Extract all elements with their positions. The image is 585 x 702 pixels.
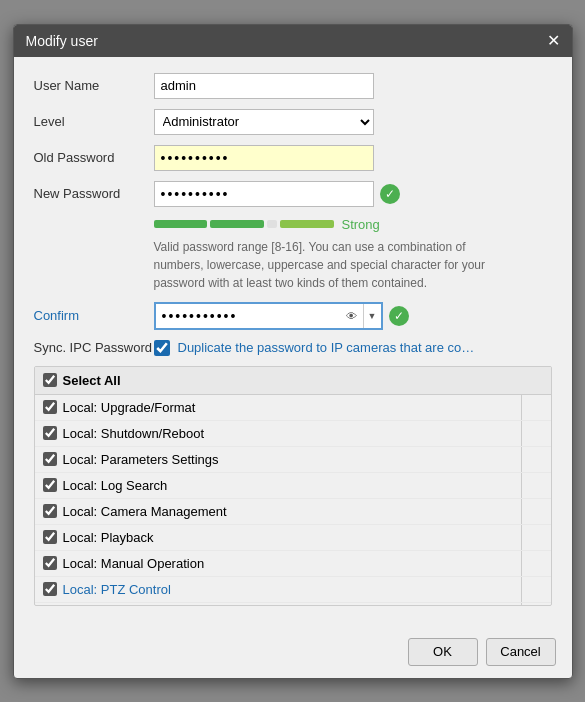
username-label: User Name <box>34 78 154 93</box>
sync-checkbox[interactable] <box>154 340 170 356</box>
perm-checkbox-7[interactable] <box>43 582 57 596</box>
perm-col2 <box>522 472 551 498</box>
strength-bar-3 <box>280 220 334 228</box>
list-item: Local: Video Export <box>35 602 522 606</box>
list-item: Local: Playback <box>35 524 522 550</box>
strength-bar-gap <box>267 220 277 228</box>
perm-col2 <box>522 420 551 446</box>
old-password-label: Old Password <box>34 150 154 165</box>
list-item: Local: Upgrade/Format <box>35 394 522 420</box>
level-label: Level <box>34 114 154 129</box>
cancel-button[interactable]: Cancel <box>486 638 556 666</box>
table-row: Local: Manual Operation <box>35 550 551 576</box>
old-password-row: Old Password <box>34 145 552 171</box>
new-password-valid-icon: ✓ <box>380 184 400 204</box>
perm-label: Local: Manual Operation <box>63 556 205 571</box>
ok-button[interactable]: OK <box>408 638 478 666</box>
permissions-col1-header: Select All <box>35 367 522 395</box>
confirm-input[interactable] <box>156 304 341 328</box>
dialog-body: User Name Level Administrator Old Passwo… <box>14 57 572 630</box>
strength-bar-2 <box>210 220 264 228</box>
strength-bars <box>154 220 334 228</box>
select-all-checkbox[interactable] <box>43 373 57 387</box>
perm-col2 <box>522 576 551 602</box>
perm-checkbox-5[interactable] <box>43 530 57 544</box>
table-row: Local: Camera Management <box>35 498 551 524</box>
permissions-header-row: Select All <box>35 367 551 395</box>
permissions-col2-header <box>522 367 551 395</box>
table-row: Local: Playback <box>35 524 551 550</box>
new-password-input[interactable] <box>154 181 374 207</box>
perm-checkbox-4[interactable] <box>43 504 57 518</box>
perm-col2 <box>522 524 551 550</box>
confirm-valid-icon: ✓ <box>389 306 409 326</box>
new-password-input-wrap: ✓ <box>154 181 400 207</box>
list-item: Local: Shutdown/Reboot <box>35 420 522 446</box>
confirm-row: Confirm 👁 ▼ ✓ <box>34 302 552 330</box>
perm-col2 <box>522 498 551 524</box>
perm-label: Local: Upgrade/Format <box>63 400 196 415</box>
level-select[interactable]: Administrator <box>154 109 374 135</box>
perm-label: Local: PTZ Control <box>63 582 171 597</box>
select-all-label: Select All <box>63 373 121 388</box>
list-item: Local: Camera Management <box>35 498 522 524</box>
perm-label: Local: Camera Management <box>63 504 227 519</box>
sync-row: Sync. IPC Password Duplicate the passwor… <box>34 340 552 356</box>
perm-col2 <box>522 394 551 420</box>
level-row: Level Administrator <box>34 109 552 135</box>
perm-label: Local: Shutdown/Reboot <box>63 426 205 441</box>
close-button[interactable]: ✕ <box>547 33 560 49</box>
modify-user-dialog: Modify user ✕ User Name Level Administra… <box>13 24 573 679</box>
perm-checkbox-6[interactable] <box>43 556 57 570</box>
list-item: Local: Manual Operation <box>35 550 522 576</box>
strength-bar-1 <box>154 220 208 228</box>
perm-checkbox-0[interactable] <box>43 400 57 414</box>
sync-label: Sync. IPC Password <box>34 340 154 355</box>
new-password-label: New Password <box>34 186 154 201</box>
confirm-eye-button[interactable]: 👁 <box>341 304 363 328</box>
perm-checkbox-3[interactable] <box>43 478 57 492</box>
dialog-footer: OK Cancel <box>14 630 572 678</box>
password-hint: Valid password range [8-16]. You can use… <box>154 238 494 292</box>
confirm-label: Confirm <box>34 308 154 323</box>
perm-col2 <box>522 550 551 576</box>
username-row: User Name <box>34 73 552 99</box>
perm-label: Local: Log Search <box>63 478 168 493</box>
confirm-input-wrap: 👁 ▼ <box>154 302 383 330</box>
dialog-title: Modify user <box>26 33 98 49</box>
permissions-table: Select All Local: Upgrade/FormatLocal: S… <box>34 366 552 606</box>
old-password-input[interactable] <box>154 145 374 171</box>
confirm-dropdown-button[interactable]: ▼ <box>363 304 381 328</box>
perm-label: Local: Playback <box>63 530 154 545</box>
sync-text: Duplicate the password to IP cameras tha… <box>178 340 478 355</box>
dialog-header: Modify user ✕ <box>14 25 572 57</box>
username-input[interactable] <box>154 73 374 99</box>
strength-bar-row: Strong <box>154 217 552 232</box>
table-row: Local: Upgrade/Format <box>35 394 551 420</box>
perm-col2 <box>522 602 551 606</box>
new-password-row: New Password ✓ <box>34 181 552 207</box>
table-row: Local: Parameters Settings <box>35 446 551 472</box>
list-item: Local: Log Search <box>35 472 522 498</box>
perm-checkbox-2[interactable] <box>43 452 57 466</box>
perm-col2 <box>522 446 551 472</box>
strength-label: Strong <box>342 217 380 232</box>
perm-checkbox-1[interactable] <box>43 426 57 440</box>
list-item: Local: PTZ Control <box>35 576 522 602</box>
table-row: Local: PTZ Control <box>35 576 551 602</box>
list-item: Local: Parameters Settings <box>35 446 522 472</box>
table-row: Local: Log Search <box>35 472 551 498</box>
table-row: Local: Shutdown/Reboot <box>35 420 551 446</box>
perm-label: Local: Parameters Settings <box>63 452 219 467</box>
table-row: Local: Video Export <box>35 602 551 606</box>
